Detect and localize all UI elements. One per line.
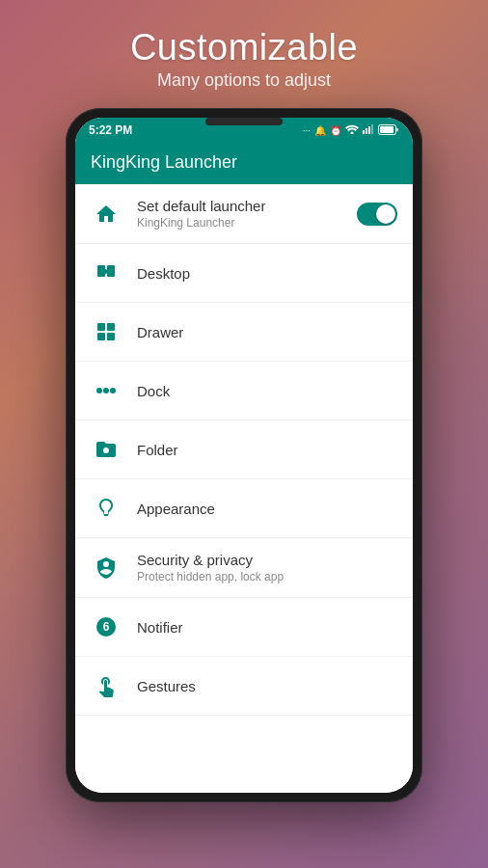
phone-notch bbox=[205, 118, 283, 125]
menu-label-notifier: Notifier bbox=[137, 619, 397, 636]
svg-rect-10 bbox=[107, 323, 115, 331]
menu-content-drawer: Drawer bbox=[137, 324, 397, 340]
menu-label-drawer: Drawer bbox=[137, 324, 397, 340]
menu-item-desktop[interactable]: Desktop bbox=[75, 244, 413, 303]
dock-icon bbox=[91, 375, 122, 406]
menu-item-notifier[interactable]: 6Notifier bbox=[75, 598, 413, 657]
menu-content-gestures: Gestures bbox=[137, 678, 397, 694]
menu-label-folder: Folder bbox=[137, 442, 397, 458]
signal-icon bbox=[363, 124, 374, 136]
menu-label-appearance: Appearance bbox=[137, 501, 397, 517]
status-icons: ··· 🔔 ⏰ bbox=[303, 124, 399, 137]
menu-item-default-launcher[interactable]: Set default launcherKingKing Launcher bbox=[75, 184, 413, 244]
menu-item-folder[interactable]: Folder bbox=[75, 420, 413, 479]
svg-rect-1 bbox=[363, 130, 365, 134]
status-time: 5:22 PM bbox=[89, 123, 132, 137]
menu-content-desktop: Desktop bbox=[137, 265, 397, 282]
folder-icon bbox=[91, 434, 122, 465]
svg-text:6: 6 bbox=[103, 620, 110, 634]
menu-item-gestures[interactable]: Gestures bbox=[75, 657, 413, 716]
page-title: Customizable bbox=[130, 27, 358, 68]
menu-content-default-launcher: Set default launcherKingKing Launcher bbox=[137, 198, 357, 230]
phone-screen: 5:22 PM ··· 🔔 ⏰ bbox=[75, 118, 413, 793]
signal-dots-icon: ··· bbox=[303, 125, 311, 136]
menu-content-folder: Folder bbox=[137, 442, 397, 458]
phone-frame: 5:22 PM ··· 🔔 ⏰ bbox=[66, 108, 422, 802]
menu-item-drawer[interactable]: Drawer bbox=[75, 303, 413, 362]
notification-icon: 🔔 bbox=[314, 125, 326, 136]
menu-sublabel-default-launcher: KingKing Launcher bbox=[137, 216, 357, 230]
svg-rect-8 bbox=[107, 265, 115, 277]
menu-label-default-launcher: Set default launcher bbox=[137, 198, 357, 214]
menu-item-security[interactable]: Security & privacyProtect hidden app, lo… bbox=[75, 538, 413, 598]
menu-content-appearance: Appearance bbox=[137, 501, 397, 517]
menu-item-appearance[interactable]: Appearance bbox=[75, 479, 413, 538]
menu-sublabel-security: Protect hidden app, lock app bbox=[137, 570, 397, 583]
header-section: Customizable Many options to adjust bbox=[111, 0, 377, 108]
appearance-icon bbox=[91, 493, 122, 524]
svg-rect-11 bbox=[97, 333, 105, 340]
gestures-icon bbox=[91, 670, 122, 701]
app-bar: KingKing Launcher bbox=[75, 141, 413, 184]
menu-label-dock: Dock bbox=[137, 383, 397, 399]
svg-rect-12 bbox=[107, 333, 115, 340]
battery-icon bbox=[378, 124, 399, 137]
svg-rect-9 bbox=[97, 323, 105, 331]
menu-label-security: Security & privacy bbox=[137, 552, 397, 568]
page-subtitle: Many options to adjust bbox=[130, 70, 358, 91]
svg-rect-6 bbox=[380, 126, 393, 133]
svg-point-14 bbox=[103, 388, 109, 393]
security-icon bbox=[91, 553, 122, 583]
desktop-icon bbox=[91, 258, 122, 288]
app-title: KingKing Launcher bbox=[91, 152, 237, 172]
svg-rect-2 bbox=[366, 128, 367, 134]
toggle-default-launcher[interactable] bbox=[357, 203, 397, 226]
menu-label-gestures: Gestures bbox=[137, 678, 397, 694]
menu-list: Set default launcherKingKing LauncherDes… bbox=[75, 184, 413, 793]
svg-point-15 bbox=[110, 388, 116, 393]
svg-rect-7 bbox=[97, 265, 105, 277]
menu-content-security: Security & privacyProtect hidden app, lo… bbox=[137, 552, 397, 583]
notifier-icon: 6 bbox=[91, 611, 122, 642]
svg-rect-4 bbox=[371, 124, 373, 134]
svg-rect-3 bbox=[368, 126, 370, 134]
svg-point-0 bbox=[351, 132, 354, 135]
svg-point-13 bbox=[96, 388, 102, 393]
menu-content-dock: Dock bbox=[137, 383, 397, 399]
menu-content-notifier: Notifier bbox=[137, 619, 397, 636]
menu-label-desktop: Desktop bbox=[137, 265, 397, 282]
menu-item-dock[interactable]: Dock bbox=[75, 362, 413, 420]
wifi-icon bbox=[345, 124, 359, 136]
home-icon bbox=[91, 199, 122, 230]
alarm-icon: ⏰ bbox=[330, 125, 341, 136]
drawer-icon bbox=[91, 316, 122, 347]
